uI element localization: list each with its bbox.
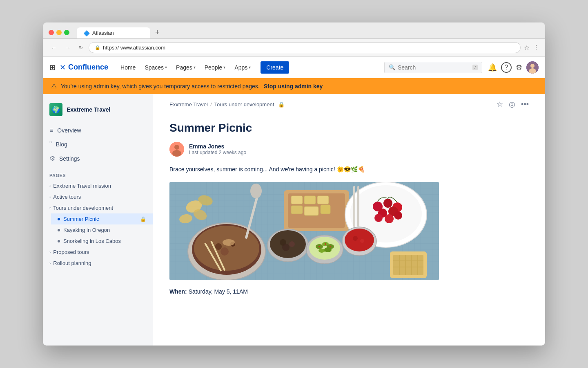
star-page-button[interactable]: ☆ xyxy=(497,100,503,109)
breadcrumb-lock-icon: 🔒 xyxy=(278,101,285,108)
bullet-icon xyxy=(58,229,60,231)
sidebar: 🌍 Exxtreme Travel ≡ Overview " Blog ⚙ Se… xyxy=(43,94,153,346)
user-avatar[interactable] xyxy=(526,61,539,74)
space-name: Exxtreme Travel xyxy=(67,106,110,113)
grid-icon[interactable]: ⊞ xyxy=(49,63,56,72)
minimize-button[interactable] xyxy=(56,30,62,35)
more-actions-button[interactable]: ••• xyxy=(521,100,529,109)
create-button[interactable]: Create xyxy=(261,61,289,74)
when-label: When: xyxy=(169,288,187,295)
search-shortcut: / xyxy=(472,65,478,70)
apps-chevron: ▾ xyxy=(249,65,251,70)
sidebar-item-blog[interactable]: " Blog xyxy=(43,137,153,151)
svg-point-38 xyxy=(385,214,394,223)
author-section: Emma Jones Last updated 2 weeks ago xyxy=(169,142,529,157)
svg-point-5 xyxy=(172,150,181,157)
help-button[interactable]: ? xyxy=(501,62,512,73)
svg-point-50 xyxy=(318,249,325,253)
url-text: https:// www.atlassian.com xyxy=(103,45,165,51)
spaces-chevron: ▾ xyxy=(165,65,167,70)
page-item-mission[interactable]: › Exxtreme Travel mission xyxy=(43,180,153,191)
picnic-image xyxy=(169,182,439,280)
banner-message: You're using admin key, which gives you … xyxy=(61,83,260,90)
menu-icon[interactable]: ⋮ xyxy=(533,44,539,52)
nav-spaces[interactable]: Spaces ▾ xyxy=(140,62,171,73)
main-layout: 🌍 Exxtreme Travel ≡ Overview " Blog ⚙ Se… xyxy=(43,94,545,346)
watch-page-button[interactable]: ◎ xyxy=(509,100,515,109)
svg-point-18 xyxy=(220,247,229,256)
svg-point-58 xyxy=(360,239,364,243)
maximize-button[interactable] xyxy=(64,30,69,35)
space-icon: 🌍 xyxy=(49,103,62,116)
page-item-active-tours[interactable]: › Active tours xyxy=(43,191,153,202)
notifications-button[interactable]: 🔔 xyxy=(486,61,499,74)
active-bullet-icon xyxy=(58,218,60,220)
settings-icon: ⚙ xyxy=(49,155,55,162)
url-bar[interactable]: 🔒 https:// www.atlassian.com xyxy=(89,42,521,53)
logo[interactable]: ✕ Confluence xyxy=(60,63,108,72)
svg-rect-24 xyxy=(291,196,303,204)
page-item-tours-dev[interactable]: › Tours under development xyxy=(43,202,153,213)
svg-point-52 xyxy=(318,246,320,247)
confluence-logo-icon: ✕ xyxy=(60,63,66,72)
nav-icons: 🔔 ? ⚙ xyxy=(486,61,539,74)
author-info: Emma Jones Last updated 2 weeks ago xyxy=(189,143,246,155)
overview-label: Overview xyxy=(57,127,81,134)
address-bar: ← → ↻ 🔒 https:// www.atlassian.com ☆ ⋮ xyxy=(43,39,545,57)
breadcrumb-part-2[interactable]: Tours under development xyxy=(214,101,274,108)
nav-pages[interactable]: Pages ▾ xyxy=(172,62,200,73)
search-input[interactable] xyxy=(398,64,470,71)
page-item-snorkeling[interactable]: Snorkeling in Los Cabos xyxy=(51,236,153,247)
browser-actions: ☆ ⋮ xyxy=(524,44,539,52)
ssl-lock-icon: 🔒 xyxy=(95,45,100,50)
search-icon: 🔍 xyxy=(389,64,395,70)
pages-tree: › Exxtreme Travel mission › Active tours… xyxy=(43,180,153,269)
sidebar-item-overview[interactable]: ≡ Overview xyxy=(43,123,153,137)
page-item-kayaking[interactable]: Kayaking in Oregon xyxy=(51,224,153,236)
bookmark-icon[interactable]: ☆ xyxy=(524,44,530,52)
tab-favicon: 🔷 xyxy=(83,30,89,36)
svg-point-19 xyxy=(223,239,235,246)
svg-point-53 xyxy=(325,243,326,245)
svg-point-41 xyxy=(270,230,306,258)
settings-button[interactable]: ⚙ xyxy=(514,61,524,74)
breadcrumb-actions: ☆ ◎ ••• xyxy=(497,100,529,109)
page-item-proposed[interactable]: › Proposed tours xyxy=(43,247,153,258)
svg-rect-27 xyxy=(291,206,303,214)
page-lock-icon: 🔒 xyxy=(140,216,146,222)
breadcrumb-part-1[interactable]: Exxtreme Travel xyxy=(169,101,208,108)
admin-banner: ⚠ You're using admin key, which gives yo… xyxy=(43,78,545,94)
svg-rect-26 xyxy=(317,196,329,204)
svg-rect-60 xyxy=(393,255,423,275)
chevron-icon: › xyxy=(49,184,51,188)
svg-point-51 xyxy=(324,247,332,252)
nav-items: Home Spaces ▾ Pages ▾ People ▾ Apps ▾ xyxy=(116,61,384,74)
sidebar-header: 🌍 Exxtreme Travel xyxy=(43,101,153,122)
sidebar-item-settings[interactable]: ⚙ Settings xyxy=(43,151,153,166)
overview-icon: ≡ xyxy=(49,127,53,134)
nav-apps[interactable]: Apps ▾ xyxy=(230,62,255,73)
new-tab-button[interactable]: + xyxy=(152,27,163,38)
chevron-down-icon: › xyxy=(48,207,52,209)
page-body-text: Brace yourselves, summer is coming... An… xyxy=(169,165,529,174)
nav-home[interactable]: Home xyxy=(116,62,140,73)
content-area: Exxtreme Travel / Tours under developmen… xyxy=(153,94,545,346)
svg-point-72 xyxy=(250,184,262,198)
active-tab[interactable]: 🔷 Atlassian xyxy=(77,27,150,38)
tab-label: Atlassian xyxy=(92,30,114,36)
forward-button[interactable]: → xyxy=(62,43,73,53)
svg-point-1 xyxy=(530,64,535,68)
close-button[interactable] xyxy=(49,30,54,35)
svg-point-57 xyxy=(353,236,358,241)
svg-point-39 xyxy=(394,211,402,220)
refresh-button[interactable]: ↻ xyxy=(76,43,85,52)
back-button[interactable]: ← xyxy=(49,43,59,53)
browser-titlebar: 🔷 Atlassian + xyxy=(43,22,545,39)
author-avatar xyxy=(169,142,184,157)
nav-people[interactable]: People ▾ xyxy=(200,62,230,73)
search-bar[interactable]: 🔍 / xyxy=(384,62,482,73)
people-chevron: ▾ xyxy=(223,65,225,70)
page-item-summer-picnic[interactable]: Summer Picnic 🔒 xyxy=(51,213,153,224)
stop-admin-link[interactable]: Stop using admin key xyxy=(264,83,323,90)
page-item-rollout[interactable]: › Rollout planning xyxy=(43,258,153,269)
